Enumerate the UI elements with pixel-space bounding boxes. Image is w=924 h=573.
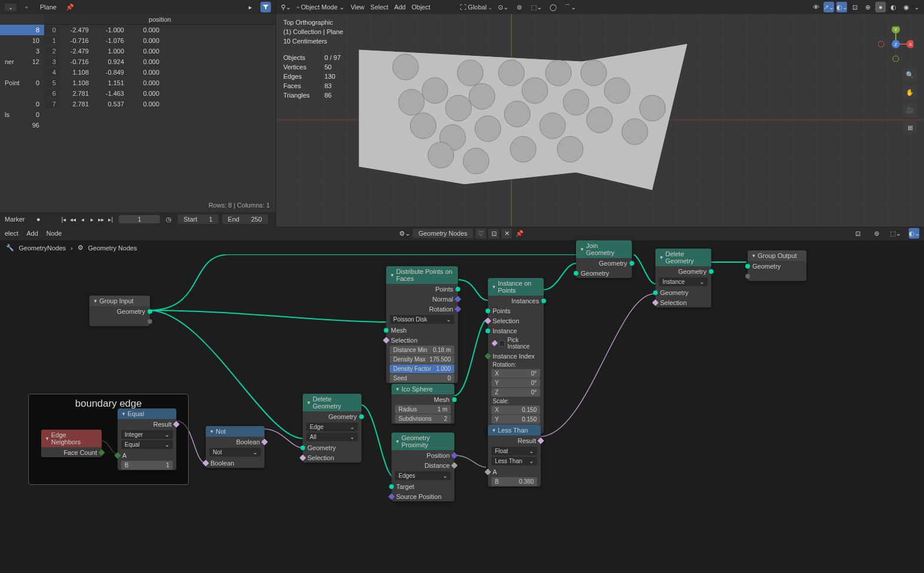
- compare-less-than-node[interactable]: Less Than Result Float Less Than A B0.38…: [488, 425, 541, 487]
- new-button[interactable]: ⊡: [488, 229, 499, 239]
- group-input-node[interactable]: Group Input Geometry: [89, 296, 150, 326]
- delete-geometry-node[interactable]: Delete Geometry Geometry Edge All Geomet…: [303, 394, 361, 463]
- current-frame[interactable]: 1: [119, 215, 160, 223]
- table-row[interactable]: 3-0.7160.9240.000: [44, 56, 276, 67]
- shading-dropdown[interactable]: ⌄: [914, 4, 919, 11]
- node-tree-name[interactable]: Geometry Nodes: [413, 229, 473, 238]
- column-header[interactable]: position: [44, 14, 276, 25]
- table-row[interactable]: 72.7810.5370.000: [44, 99, 276, 109]
- start-frame[interactable]: Start1: [178, 215, 218, 224]
- keyframe-prev-button[interactable]: ◂◂: [68, 215, 78, 224]
- object-menu[interactable]: Object: [411, 4, 430, 11]
- ico-sphere-node[interactable]: Ico Sphere Mesh Radius1 m Subdivisions2: [391, 384, 454, 424]
- overlay-icon[interactable]: ◐⌄: [909, 228, 919, 239]
- proportional-toggle[interactable]: ◯: [548, 2, 558, 12]
- domain-dropdown[interactable]: Instance: [659, 277, 708, 286]
- zoom-icon[interactable]: 🔍: [903, 68, 917, 82]
- add-menu[interactable]: Add: [26, 230, 38, 237]
- snap-mode-icon[interactable]: ⬚⌄: [890, 228, 900, 239]
- value-b-field[interactable]: B1: [121, 461, 173, 470]
- rotation-z-field[interactable]: Z0°: [491, 388, 540, 397]
- auto-key-icon[interactable]: ●: [33, 214, 43, 224]
- select-menu[interactable]: Select: [370, 4, 389, 11]
- pin-icon[interactable]: 📌: [65, 2, 75, 12]
- geometry-proximity-node[interactable]: Geometry Proximity Position Distance Edg…: [391, 433, 454, 501]
- type-dropdown[interactable]: Integer: [121, 430, 173, 439]
- table-row[interactable]: 62.781-1.4630.000: [44, 88, 276, 99]
- geometry-node-editor[interactable]: elect Add Node ⚙⌄ Geometry Nodes ♡ ⊡ ✕ 📌…: [0, 226, 924, 573]
- view-menu[interactable]: View: [350, 4, 364, 11]
- proportional-dropdown[interactable]: ⌒⌄: [564, 3, 576, 12]
- method-dropdown[interactable]: Poisson Disk: [390, 315, 454, 324]
- density-max-field[interactable]: Density Max175.500: [390, 355, 454, 364]
- editor-type-dropdown[interactable]: ⚲⌄: [281, 4, 291, 11]
- viewport-canvas[interactable]: [276, 14, 924, 226]
- fake-user-button[interactable]: ♡: [476, 229, 486, 239]
- domain-row[interactable]: ner12: [0, 56, 44, 67]
- join-geometry-node[interactable]: Join Geometry Geometry Geometry: [576, 240, 632, 278]
- operation-dropdown[interactable]: Not: [209, 448, 261, 457]
- table-row[interactable]: 2-2.4791.0000.000: [44, 46, 276, 56]
- edge-neighbors-node[interactable]: Edge Neighbors Face Count: [41, 430, 102, 457]
- rotation-x-field[interactable]: X0°: [491, 369, 540, 378]
- mode-selector[interactable]: ▫ Object Mode ⌄: [297, 4, 344, 11]
- domain-row[interactable]: 96: [0, 120, 44, 130]
- add-menu[interactable]: Add: [394, 4, 406, 11]
- type-dropdown[interactable]: Float: [491, 447, 537, 455]
- rotation-y-field[interactable]: Y0°: [491, 378, 540, 387]
- domain-row[interactable]: 10: [0, 35, 44, 46]
- clock-icon[interactable]: ◷: [163, 214, 174, 224]
- snap-icon[interactable]: ⊚: [871, 228, 882, 239]
- distribute-points-node[interactable]: Distribute Points on Faces Points Normal…: [386, 266, 458, 383]
- end-frame[interactable]: End250: [222, 215, 268, 224]
- domain-row[interactable]: 3: [0, 46, 44, 56]
- snap-dropdown[interactable]: ⬚⌄: [531, 4, 542, 11]
- domain-dropdown[interactable]: Edge: [306, 423, 358, 431]
- mode-dropdown[interactable]: All: [306, 433, 358, 441]
- pan-icon[interactable]: ✋: [903, 85, 917, 99]
- target-element-dropdown[interactable]: Edges: [395, 471, 451, 480]
- domain-row[interactable]: ls0: [0, 109, 44, 120]
- jump-start-button[interactable]: |◂: [59, 215, 68, 224]
- visibility-icon[interactable]: 👁: [811, 2, 821, 12]
- xray-toggle[interactable]: ⊡: [849, 2, 860, 12]
- tree-type-dropdown[interactable]: ⚙⌄: [399, 230, 410, 237]
- operation-dropdown[interactable]: Equal: [121, 440, 173, 449]
- overlay-toggle[interactable]: ◐⌄: [836, 2, 847, 12]
- seed-field[interactable]: Seed0: [390, 374, 454, 383]
- keyframe-next-button[interactable]: ▸▸: [96, 215, 106, 224]
- perspective-toggle-icon[interactable]: ⊞: [903, 120, 917, 135]
- operation-dropdown[interactable]: Less Than: [491, 457, 537, 465]
- table-row[interactable]: 41.108-0.8490.000: [44, 67, 276, 78]
- filter-icon[interactable]: [260, 2, 271, 12]
- rendered-shading[interactable]: ◉: [901, 2, 912, 12]
- pivot-dropdown[interactable]: ⊙⌄: [498, 4, 508, 11]
- wireframe-shading[interactable]: ⊕: [862, 2, 873, 12]
- table-row[interactable]: 51.1081.1510.000: [44, 78, 276, 88]
- orientation-dropdown[interactable]: ⛶ Global ⌄: [460, 4, 492, 11]
- unlink-button[interactable]: ✕: [501, 229, 512, 239]
- subdivisions-field[interactable]: Subdivisions2: [395, 414, 451, 423]
- radius-field[interactable]: Radius1 m: [395, 405, 451, 414]
- pin-icon[interactable]: 📌: [514, 228, 525, 239]
- scale-x-field[interactable]: X0.150: [491, 406, 540, 414]
- group-output-node[interactable]: Group Output Geometry: [748, 250, 806, 281]
- 3d-viewport[interactable]: ⚲⌄ ▫ Object Mode ⌄ View Select Add Objec…: [276, 0, 924, 226]
- object-name[interactable]: Plane: [36, 2, 60, 12]
- domain-row[interactable]: Point0: [0, 78, 44, 88]
- pick-instance-checkbox[interactable]: [499, 340, 505, 347]
- compare-equal-node[interactable]: Equal Result Integer Equal A B1: [118, 408, 176, 470]
- scale-y-field[interactable]: Y0.150: [491, 415, 540, 424]
- play-button[interactable]: ▸: [87, 215, 96, 224]
- value-b-field[interactable]: B0.380: [491, 477, 537, 486]
- select-menu[interactable]: elect: [5, 230, 18, 237]
- editor-type-dropdown[interactable]: ⌄: [5, 4, 16, 11]
- parent-tree-icon[interactable]: ⊡: [852, 228, 863, 239]
- snap-toggle[interactable]: ⊚: [514, 2, 525, 12]
- gizmo-toggle[interactable]: ↗⌄: [823, 2, 834, 12]
- table-row[interactable]: 1-0.716-1.0760.000: [44, 35, 276, 46]
- domain-row[interactable]: 8: [0, 25, 44, 35]
- boolean-not-node[interactable]: Not Boolean Not Boolean: [206, 426, 265, 468]
- domain-row[interactable]: [0, 67, 44, 78]
- play-reverse-button[interactable]: ◂: [78, 215, 87, 224]
